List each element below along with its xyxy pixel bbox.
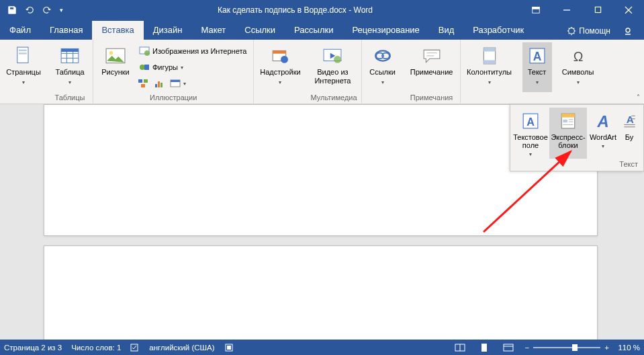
- text-label: Текст: [528, 68, 547, 77]
- tab-file[interactable]: Файл: [0, 21, 40, 40]
- shapes-button[interactable]: Фигуры ▾: [136, 60, 249, 75]
- pictures-label: Рисунки: [101, 68, 130, 77]
- zoom-in-button[interactable]: +: [604, 344, 609, 352]
- close-button[interactable]: [613, 0, 644, 19]
- comment-label: Примечание: [410, 68, 453, 77]
- zoom-value[interactable]: 110 %: [613, 344, 640, 352]
- svg-rect-13: [61, 49, 79, 52]
- group-multimedia: Видео из Интернета Мультимедиа: [306, 40, 361, 104]
- online-video-button[interactable]: Видео из Интернета: [310, 42, 355, 92]
- svg-rect-65: [504, 344, 513, 351]
- chart-button[interactable]: [152, 76, 166, 91]
- links-button[interactable]: Ссылки ▾: [366, 42, 400, 92]
- status-macro-icon[interactable]: [224, 343, 234, 352]
- view-print-layout[interactable]: [477, 341, 492, 354]
- comment-icon: [421, 45, 443, 67]
- view-web-layout[interactable]: [501, 341, 516, 354]
- svg-rect-6: [19, 50, 27, 51]
- window-controls: [520, 0, 644, 19]
- addins-button[interactable]: Надстройки ▾: [258, 42, 302, 92]
- page-2-top[interactable]: [44, 245, 598, 340]
- collapse-ribbon-button[interactable]: ˄: [637, 93, 640, 101]
- status-word-count[interactable]: Число слов: 1: [71, 344, 121, 352]
- svg-point-4: [569, 28, 575, 34]
- table-button[interactable]: Таблица ▾: [51, 42, 89, 92]
- svg-point-32: [334, 56, 342, 63]
- share-button[interactable]: [618, 22, 637, 40]
- smartart-button[interactable]: [136, 76, 150, 91]
- svg-text:Ω: Ω: [573, 49, 583, 64]
- pages-label: Страницы: [6, 68, 41, 77]
- comment-button[interactable]: Примечание: [408, 42, 456, 92]
- status-spellcheck[interactable]: [130, 343, 140, 352]
- svg-point-15: [109, 51, 113, 54]
- svg-rect-1: [533, 7, 540, 9]
- group-pages: Страницы ▾: [0, 40, 47, 104]
- quick-parts-button[interactable]: Экспресс-блоки ▾: [549, 108, 587, 159]
- textpanel-group-label: Текст: [512, 159, 642, 169]
- chevron-down-icon: ▾: [567, 152, 569, 158]
- dropcap-icon: A: [618, 110, 640, 132]
- svg-point-17: [144, 50, 150, 56]
- tab-mailings[interactable]: Рассылки: [285, 21, 342, 40]
- zoom-slider[interactable]: [533, 347, 600, 348]
- link-icon: [372, 45, 394, 67]
- header-footer-button[interactable]: Колонтитулы ▾: [465, 42, 514, 92]
- text-icon: A: [526, 45, 548, 67]
- text-button[interactable]: A Текст ▾: [522, 42, 552, 92]
- symbols-button[interactable]: Ω Символы ▾: [560, 42, 596, 92]
- wordart-button[interactable]: A WordArt ▾: [587, 108, 619, 159]
- maximize-button[interactable]: [582, 0, 613, 19]
- svg-rect-39: [484, 48, 495, 51]
- screenshot-button[interactable]: ▾: [169, 76, 187, 91]
- tab-design[interactable]: Дизайн: [144, 21, 192, 40]
- tab-layout[interactable]: Макет: [191, 21, 235, 40]
- pictures-icon: [105, 45, 126, 67]
- status-page[interactable]: Страница 2 из 3: [4, 344, 62, 352]
- group-links: Ссылки ▾: [362, 40, 404, 104]
- svg-rect-23: [155, 84, 157, 87]
- svg-rect-40: [484, 61, 495, 64]
- online-pictures-button[interactable]: Изображения из Интернета: [136, 44, 249, 58]
- qat-customize-button[interactable]: ▾: [56, 2, 66, 18]
- shapes-label: Фигуры: [152, 63, 178, 71]
- title-bar: ▾ Как сделать подпись в Ворде.docx - Wor…: [0, 0, 644, 19]
- group-symbols: Ω Символы ▾: [556, 40, 600, 104]
- group-illustrations: Рисунки Изображения из Интернета Фигуры …: [93, 40, 254, 104]
- table-label: Таблица: [55, 68, 84, 77]
- chevron-down-icon: ▾: [602, 144, 604, 150]
- minimize-button[interactable]: [551, 0, 582, 19]
- tab-review[interactable]: Рецензирование: [342, 21, 428, 40]
- multimedia-group-label: Мультимедиа: [310, 92, 357, 102]
- textbox-button[interactable]: A Текстовое поле ▾: [512, 108, 549, 159]
- save-button[interactable]: [4, 2, 20, 18]
- tell-me-help[interactable]: Помощн: [561, 24, 616, 38]
- svg-rect-25: [160, 83, 163, 87]
- textbox-label: Текстовое поле: [512, 133, 549, 149]
- chart-icon: [154, 78, 165, 89]
- ribbon-display-options-button[interactable]: [520, 0, 551, 19]
- screenshot-icon: [170, 78, 181, 89]
- svg-rect-24: [158, 81, 160, 87]
- pictures-button[interactable]: Рисунки: [97, 42, 134, 92]
- svg-rect-20: [138, 79, 142, 83]
- pages-button[interactable]: Страницы ▾: [4, 42, 43, 92]
- chevron-down-icon: ▾: [536, 79, 539, 85]
- undo-button[interactable]: [21, 2, 38, 18]
- textbox-icon: A: [520, 110, 541, 132]
- tab-insert[interactable]: Вставка: [92, 21, 143, 40]
- status-language[interactable]: английский (США): [149, 344, 214, 352]
- tab-developer[interactable]: Разработчик: [463, 21, 533, 40]
- group-tables: Таблица ▾ Таблицы: [47, 40, 93, 104]
- redo-button[interactable]: [39, 2, 55, 18]
- svg-text:A: A: [526, 116, 535, 128]
- zoom-out-button[interactable]: −: [525, 344, 530, 352]
- online-pictures-icon: [139, 46, 150, 56]
- tab-view[interactable]: Вид: [429, 21, 464, 40]
- view-read-mode[interactable]: [453, 341, 467, 354]
- links-label: Ссылки: [369, 68, 396, 77]
- tab-home[interactable]: Главная: [40, 21, 92, 40]
- tab-references[interactable]: Ссылки: [235, 21, 285, 40]
- dropcap-button[interactable]: A Бу: [619, 108, 639, 159]
- comments-group-label: Примечания: [408, 92, 456, 102]
